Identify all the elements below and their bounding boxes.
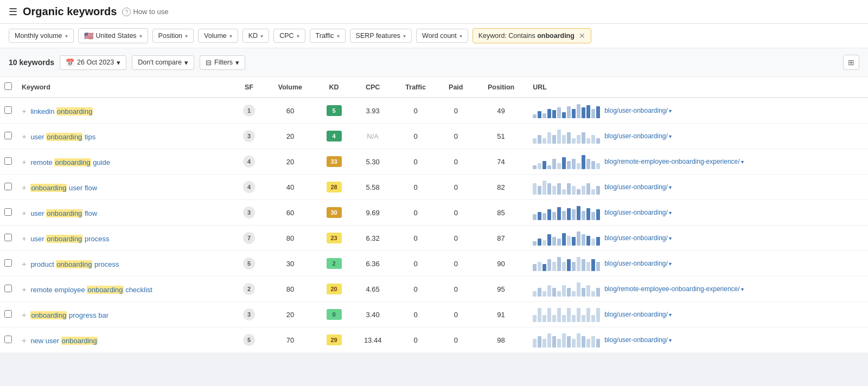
keyword-contains-filter[interactable]: Keyword: Contains onboarding ✕	[473, 28, 591, 43]
columns-toggle-button[interactable]: ⊞	[843, 55, 859, 70]
add-keyword-button[interactable]: +	[22, 132, 27, 141]
row-checkbox-cell[interactable]	[0, 200, 17, 226]
table-row: + remote onboarding guide 4 20 33 5.30 0…	[0, 149, 868, 175]
spark-bar	[542, 291, 546, 297]
position-filter[interactable]: Position ▾	[152, 29, 194, 43]
spark-bar	[586, 159, 590, 169]
serp-features-filter[interactable]: SERP features ▾	[350, 29, 412, 43]
select-all-header[interactable]	[0, 77, 17, 98]
sf-col-header[interactable]: SF	[233, 77, 265, 98]
cpc-value: 3.93	[366, 107, 380, 115]
url-link[interactable]: blog/remote-employee-onboarding-experien…	[604, 285, 743, 293]
url-link[interactable]: blog/user-onboarding/▾	[604, 260, 672, 267]
keyword-link[interactable]: linkedin onboarding	[30, 107, 93, 115]
row-checkbox[interactable]	[4, 259, 12, 267]
url-link[interactable]: blog/user-onboarding/▾	[604, 336, 672, 344]
paid-col-header[interactable]: Paid	[438, 77, 474, 98]
keyword-cell: + onboarding user flow	[17, 175, 233, 200]
row-checkbox[interactable]	[4, 183, 12, 190]
spark-bar	[591, 135, 595, 144]
row-checkbox[interactable]	[4, 208, 12, 216]
add-keyword-button[interactable]: +	[22, 336, 27, 345]
spark-bar	[572, 339, 576, 348]
row-checkbox[interactable]	[4, 157, 12, 165]
spark-bar	[577, 135, 580, 144]
add-keyword-button[interactable]: +	[22, 208, 27, 217]
add-keyword-button[interactable]: +	[22, 157, 27, 166]
word-count-filter[interactable]: Word count ▾	[416, 29, 468, 43]
keyword-link[interactable]: remote employee onboarding checklist	[30, 286, 152, 294]
keyword-link[interactable]: remote onboarding guide	[30, 158, 110, 166]
add-keyword-button[interactable]: +	[22, 285, 27, 294]
spark-bar	[586, 138, 590, 144]
keyword-text: flow	[82, 209, 97, 217]
monthly-volume-filter[interactable]: Monthly volume ▾	[9, 29, 74, 43]
spark-bar	[567, 288, 571, 297]
position-col-header[interactable]: Position	[474, 77, 528, 98]
row-checkbox[interactable]	[4, 285, 12, 292]
url-link[interactable]: blog/user-onboarding/▾	[604, 311, 672, 318]
volume-filter[interactable]: Volume ▾	[198, 29, 238, 43]
url-link[interactable]: blog/user-onboarding/▾	[604, 234, 672, 242]
row-checkbox-cell[interactable]	[0, 226, 17, 251]
spark-bar	[557, 339, 561, 348]
url-col-header[interactable]: URL	[528, 77, 868, 98]
spark-bar	[572, 109, 576, 118]
row-checkbox-cell[interactable]	[0, 251, 17, 276]
row-checkbox[interactable]	[4, 234, 12, 241]
spark-bar	[577, 163, 580, 169]
url-link[interactable]: blog/remote-employee-onboarding-experien…	[604, 158, 743, 165]
cpc-filter[interactable]: CPC ▾	[273, 29, 305, 43]
keyword-highlight: onboarding	[30, 184, 67, 192]
keyword-link[interactable]: onboarding user flow	[30, 184, 97, 192]
url-link[interactable]: blog/user-onboarding/▾	[604, 183, 672, 191]
compare-button[interactable]: Don't compare ▾	[132, 55, 194, 70]
url-link[interactable]: blog/user-onboarding/▾	[604, 132, 672, 140]
keyword-link[interactable]: new user onboarding	[30, 337, 97, 345]
row-checkbox[interactable]	[4, 132, 12, 139]
keyword-filter-close[interactable]: ✕	[579, 31, 585, 40]
traffic-col-header[interactable]: Traffic	[393, 77, 438, 98]
row-checkbox-cell[interactable]	[0, 276, 17, 302]
row-checkbox[interactable]	[4, 106, 12, 114]
keyword-link[interactable]: product onboarding process	[30, 260, 119, 268]
volume-cell: 70	[265, 327, 315, 353]
row-checkbox-cell[interactable]	[0, 98, 17, 124]
url-link[interactable]: blog/user-onboarding/▾	[604, 107, 672, 114]
spark-bar	[577, 104, 580, 118]
hamburger-menu[interactable]: ☰	[9, 6, 17, 18]
row-checkbox-cell[interactable]	[0, 175, 17, 200]
spark-bar	[586, 262, 590, 271]
row-checkbox-cell[interactable]	[0, 149, 17, 175]
paid-value: 0	[454, 158, 458, 166]
filters-action-button[interactable]: ⊟ Filters ▾	[200, 55, 245, 70]
row-checkbox[interactable]	[4, 310, 12, 318]
traffic-filter[interactable]: Traffic ▾	[310, 29, 346, 43]
cpc-col-header[interactable]: CPC	[353, 77, 393, 98]
url-link[interactable]: blog/user-onboarding/▾	[604, 209, 672, 216]
date-picker[interactable]: 📅 26 Oct 2023 ▾	[60, 55, 126, 70]
volume-col-header[interactable]: Volume	[265, 77, 315, 98]
kd-col-header[interactable]: KD	[316, 77, 353, 98]
add-keyword-button[interactable]: +	[22, 259, 27, 268]
select-all-checkbox[interactable]	[4, 82, 12, 90]
row-checkbox-cell[interactable]	[0, 302, 17, 327]
keyword-link[interactable]: user onboarding flow	[30, 209, 97, 217]
keyword-link[interactable]: onboarding progress bar	[30, 311, 108, 319]
row-checkbox[interactable]	[4, 336, 12, 343]
country-filter[interactable]: 🇺🇸 United States ▾	[78, 28, 148, 43]
kd-filter[interactable]: KD ▾	[242, 29, 269, 43]
keyword-link[interactable]: user onboarding process	[30, 235, 109, 243]
add-keyword-button[interactable]: +	[22, 310, 27, 319]
how-to-use-link[interactable]: ? How to use	[122, 8, 168, 16]
spark-bar	[533, 183, 537, 195]
add-keyword-button[interactable]: +	[22, 234, 27, 243]
row-checkbox-cell[interactable]	[0, 327, 17, 353]
keyword-link[interactable]: user onboarding tips	[30, 133, 95, 141]
row-checkbox-cell[interactable]	[0, 124, 17, 149]
add-keyword-button[interactable]: +	[22, 183, 27, 192]
keyword-col-header[interactable]: Keyword	[17, 77, 233, 98]
url-cell: blog/user-onboarding/▾	[528, 302, 868, 327]
spark-bar	[567, 208, 571, 220]
add-keyword-button[interactable]: +	[22, 106, 27, 115]
